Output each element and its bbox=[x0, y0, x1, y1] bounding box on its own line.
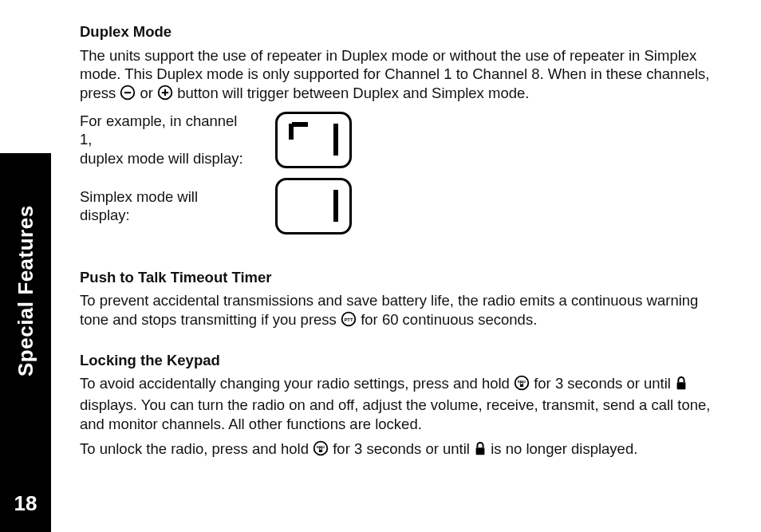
paragraph-duplex-intro: The units support the use of repeater in… bbox=[80, 46, 726, 105]
content-area: Duplex Mode The units support the use of… bbox=[80, 22, 726, 467]
example-row-simplex: Simplex mode will display: bbox=[80, 178, 726, 234]
text: for 60 continuous seconds. bbox=[361, 311, 537, 328]
paragraph-ptt: To prevent accidental transmissions and … bbox=[80, 291, 726, 331]
text: displays. You can turn the radio on and … bbox=[80, 396, 711, 432]
text: or bbox=[140, 85, 158, 101]
lock-icon bbox=[675, 376, 688, 396]
svg-rect-4 bbox=[164, 89, 166, 96]
minus-button-icon bbox=[120, 85, 136, 105]
svg-rect-9 bbox=[520, 384, 523, 387]
svg-rect-10 bbox=[677, 383, 686, 390]
lcd-display-simplex-icon bbox=[275, 178, 352, 234]
text: is no longer displayed. bbox=[491, 440, 637, 457]
heading-ptt-timeout: Push to Talk Timeout Timer bbox=[80, 268, 726, 287]
text: duplex mode will display: bbox=[80, 150, 243, 167]
ptt-button-icon: PTT bbox=[341, 311, 357, 332]
svg-rect-1 bbox=[124, 92, 131, 93]
lcd-display-duplex-icon bbox=[275, 112, 352, 168]
lock-icon bbox=[474, 442, 487, 461]
menu-lock-button-icon: MENU bbox=[514, 375, 530, 396]
svg-rect-14 bbox=[476, 448, 485, 455]
text: for 3 seconds or until bbox=[333, 440, 474, 457]
example-row-duplex: For example, in channel 1, duplex mode w… bbox=[80, 112, 726, 168]
plus-button-icon bbox=[157, 85, 173, 105]
heading-duplex-mode: Duplex Mode bbox=[80, 22, 726, 41]
text: To avoid accidentally changing your radi… bbox=[80, 375, 514, 392]
svg-text:PTT: PTT bbox=[345, 317, 353, 322]
paragraph-lock-instructions: To avoid accidentally changing your radi… bbox=[80, 374, 726, 433]
manual-page: Special Features 18 Duplex Mode The unit… bbox=[0, 0, 761, 532]
text: For example, in channel 1, bbox=[80, 112, 237, 148]
sidebar-section-label: Special Features bbox=[0, 153, 51, 392]
example-simplex-label: Simplex mode will display: bbox=[80, 187, 251, 225]
heading-locking-keypad: Locking the Keypad bbox=[80, 351, 726, 370]
menu-lock-button-icon: MENU bbox=[313, 440, 329, 461]
text: To unlock the radio, press and hold bbox=[80, 440, 313, 457]
example-duplex-label: For example, in channel 1, duplex mode w… bbox=[80, 112, 251, 168]
paragraph-unlock-instructions: To unlock the radio, press and hold MENU… bbox=[80, 439, 726, 461]
text: for 3 seconds or until bbox=[534, 375, 675, 392]
svg-rect-13 bbox=[319, 450, 322, 452]
text: button will trigger between Duplex and S… bbox=[177, 85, 529, 101]
page-number: 18 bbox=[0, 491, 51, 516]
sidebar: Special Features 18 bbox=[0, 0, 51, 532]
